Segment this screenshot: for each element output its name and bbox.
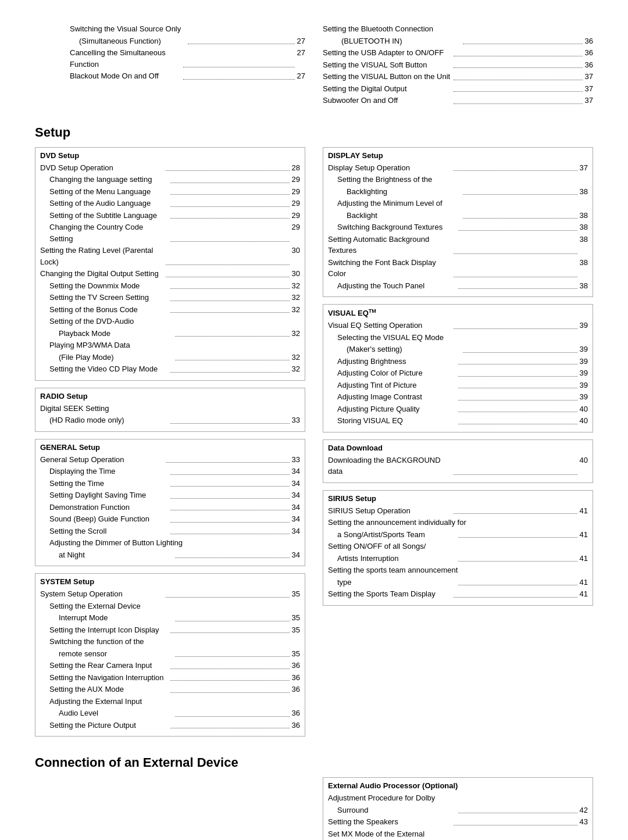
- entry-title: Switching the Visual Source Only: [70, 23, 305, 35]
- page-number: 38: [580, 257, 588, 280]
- dot-leader: [170, 720, 289, 729]
- page-number: 38: [580, 186, 588, 198]
- dot-leader: [454, 257, 577, 277]
- entry-title: Adjusting Picture Quality: [337, 403, 456, 415]
- list-item: Switching the Font Back Display Color 38: [328, 257, 588, 280]
- page-number: 43: [580, 816, 588, 828]
- list-item: (Simultaneous Function) 27: [70, 35, 305, 47]
- list-item: Setting of the Bonus Code 32: [40, 304, 300, 316]
- list-item: Setting the Picture Output 36: [40, 720, 300, 731]
- dot-leader: [454, 588, 577, 598]
- dot-leader: [463, 35, 582, 45]
- entry-title: Sound (Beep) Guide Function: [49, 513, 168, 525]
- dot-leader: [170, 280, 289, 289]
- page-number: 32: [292, 292, 300, 303]
- entry-title: Audio Level: [59, 707, 173, 719]
- list-item: Setting the Sports Team Display 41: [328, 588, 588, 600]
- list-item: Changing the Digital Output Setting 30: [40, 268, 300, 280]
- page-number: 36: [292, 720, 300, 731]
- page-number: 38: [580, 210, 588, 221]
- connection-right-col: External Audio Processor (Optional) Adju…: [323, 777, 593, 840]
- main-content: DVD Setup DVD Setup Operation 28 Changin…: [35, 147, 593, 744]
- entry-title: Demonstration Function: [49, 502, 168, 513]
- sirius-setup-section: SIRIUS Setup SIRIUS Setup Operation 41 S…: [323, 490, 593, 606]
- entry-title: Subwoofer On and Off: [323, 95, 451, 106]
- entry-title: Downloading the BACKGROUND data: [328, 455, 451, 477]
- entry-title: Adjusting Brightness: [337, 356, 456, 367]
- page-number: 41: [580, 505, 588, 517]
- page-number: 41: [580, 553, 588, 564]
- dot-leader: [170, 174, 289, 183]
- dot-leader: [458, 577, 577, 586]
- entry-title: Setting the VISUAL Soft Button: [323, 59, 451, 71]
- entry-title: (HD Radio mode only): [49, 414, 168, 426]
- page-number: 39: [580, 356, 588, 367]
- dot-leader: [454, 505, 577, 514]
- entry-title: Setting the VISUAL Button on the Unit: [323, 71, 451, 83]
- list-item: Setting the Navigation Interruption 36: [40, 672, 300, 684]
- list-item: Backlighting 38: [328, 186, 588, 198]
- entry-title: Artists Interruption: [337, 553, 456, 564]
- system-setup-section: SYSTEM Setup System Setup Operation 35 S…: [35, 573, 305, 737]
- dot-leader: [183, 70, 294, 80]
- list-item: SIRIUS Setup Operation 41: [328, 505, 588, 517]
- page-number: 41: [580, 588, 588, 600]
- page-number: 37: [585, 95, 593, 106]
- entry-title: Adjusting the Touch Panel: [337, 280, 456, 292]
- page-number: 38: [580, 221, 588, 233]
- list-item: Subwoofer On and Off 37: [323, 95, 593, 106]
- list-item: a Song/Artist/Sports Team 41: [328, 529, 588, 541]
- data-download-section: Data Download Downloading the BACKGROUND…: [323, 439, 593, 483]
- entry-title: Displaying the Time: [49, 466, 168, 477]
- list-item: type 41: [328, 577, 588, 588]
- entry-title: General Setup Operation: [40, 454, 163, 466]
- dot-leader: [170, 684, 289, 693]
- list-item: Setting of the Subtitle Language 29: [40, 210, 300, 221]
- entry-title: Setting of the Bonus Code: [49, 304, 168, 316]
- list-item: Set MX Mode of the External: [328, 828, 588, 840]
- list-item: Adjusting Color of Picture 39: [328, 367, 588, 379]
- visual-eq-section: VISUAL EQTM Visual EQ Setting Operation …: [323, 304, 593, 432]
- dot-leader: [175, 707, 289, 717]
- page-number: 36: [292, 707, 300, 719]
- entry-title: Surround: [337, 805, 456, 816]
- entry-title: Changing the Country Code Setting: [49, 221, 168, 244]
- dot-leader: [170, 292, 289, 301]
- page-number: 36: [292, 660, 300, 671]
- list-item: Adjusting the External Input: [40, 696, 300, 707]
- page-number: 32: [292, 328, 300, 339]
- entry-title: Playback Mode: [59, 328, 173, 339]
- page-number: 27: [297, 35, 305, 47]
- page-number: 39: [580, 344, 588, 355]
- dot-leader: [454, 71, 582, 80]
- section-title: DVD Setup: [40, 151, 300, 160]
- page-number: 39: [580, 391, 588, 403]
- list-item: Adjusting Image Contrast 39: [328, 391, 588, 403]
- dot-leader: [454, 162, 577, 171]
- list-item: Playback Mode 32: [40, 328, 300, 339]
- page-number: 28: [292, 162, 300, 174]
- dot-leader: [458, 529, 577, 538]
- dot-leader: [463, 210, 577, 219]
- entry-title: Setting the Scroll: [49, 526, 168, 537]
- entry-title: Setting the Picture Output: [49, 720, 168, 731]
- entry-title: Setting the Time: [49, 478, 168, 489]
- entry-title: System Setup Operation: [40, 588, 163, 600]
- entry-title: Setting the Rear Camera Input: [49, 660, 168, 671]
- list-item: Setting the VISUAL Button on the Unit 37: [323, 71, 593, 83]
- list-item: Surround 42: [328, 805, 588, 816]
- list-item: Sound (Beep) Guide Function 34: [40, 513, 300, 525]
- page-number: 34: [292, 513, 300, 525]
- list-item: Display Setup Operation 37: [328, 162, 588, 174]
- entry-title: Interrupt Mode: [59, 612, 173, 624]
- section-title: SIRIUS Setup: [328, 494, 588, 503]
- page-number: 33: [292, 454, 300, 466]
- list-item: Setting the announcement individually fo…: [328, 517, 588, 528]
- list-item: Backlight 38: [328, 210, 588, 221]
- entry-title: Setting Automatic Background Textures: [328, 234, 451, 256]
- entry-title: Adjusting the Dimmer of Button Lighting: [49, 537, 300, 549]
- dot-leader: [458, 403, 577, 413]
- page-number: 32: [292, 280, 300, 292]
- list-item: (File Play Mode) 32: [40, 352, 300, 363]
- entry-title: Display Setup Operation: [328, 162, 451, 174]
